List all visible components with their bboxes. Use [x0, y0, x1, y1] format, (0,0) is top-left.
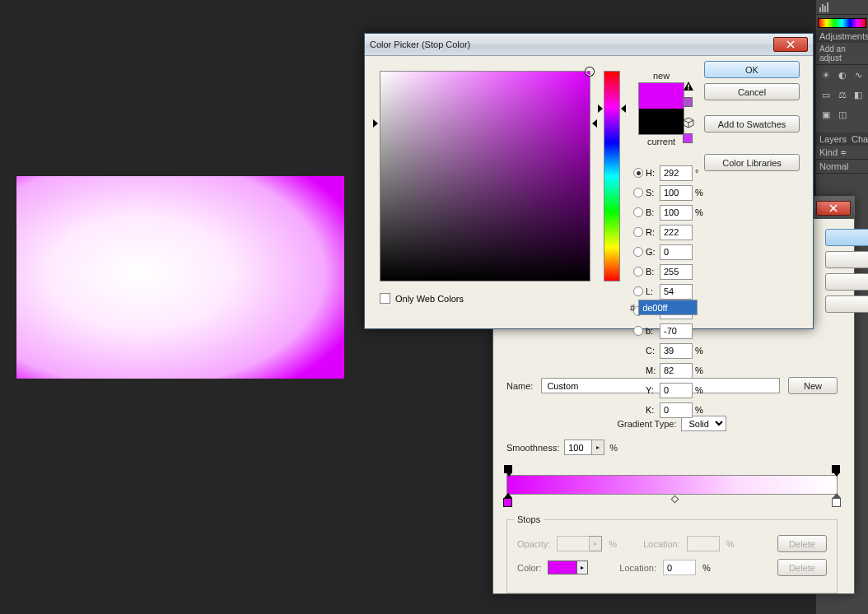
opacity-spinner: ▸: [557, 536, 602, 551]
photo-icon[interactable]: ◧: [852, 88, 865, 101]
hex-input[interactable]: [638, 300, 698, 315]
radio-bv[interactable]: [633, 207, 643, 217]
color-location-percent: %: [702, 563, 711, 573]
box-icon[interactable]: ▭: [819, 88, 833, 101]
smoothness-spinner[interactable]: ▸: [564, 440, 604, 455]
label-y: Y:: [646, 385, 657, 395]
opacity-stop-left[interactable]: [504, 465, 512, 473]
input-h[interactable]: [660, 165, 693, 181]
partial-button-1[interactable]: [825, 229, 868, 246]
opacity-percent: %: [609, 539, 617, 549]
label-c: C:: [646, 346, 657, 356]
color-swatch-button[interactable]: ▸: [548, 561, 588, 574]
color-stop-right[interactable]: [832, 498, 841, 507]
saturation-value-field[interactable]: [380, 71, 590, 281]
radio-l[interactable]: [633, 286, 643, 296]
color-spectrum-icon[interactable]: [818, 18, 866, 28]
midpoint-diamond[interactable]: [671, 495, 679, 504]
smoothness-arrow[interactable]: ▸: [592, 440, 604, 455]
gradient-bar[interactable]: [506, 475, 838, 495]
input-b[interactable]: [660, 323, 693, 339]
radio-bc[interactable]: [633, 267, 643, 277]
adjustment-icons-row3: ▣ ◫: [816, 105, 868, 124]
input-k[interactable]: [660, 402, 693, 418]
unit-k: %: [695, 405, 705, 415]
color-fields: H:° S:% B:% R: G: B: L: a: b: C:% M:% Y:…: [633, 163, 801, 420]
cancel-button[interactable]: Cancel: [704, 83, 800, 100]
picker-close-button[interactable]: [773, 37, 808, 52]
hue-cursor-left-icon[interactable]: [598, 105, 603, 113]
radio-s[interactable]: [633, 188, 643, 198]
input-m[interactable]: [660, 363, 693, 379]
only-web-colors-label[interactable]: Only Web Colors: [395, 294, 464, 304]
color-stop-left[interactable]: [503, 498, 512, 507]
unit-h: °: [695, 168, 705, 178]
gamut-warning-icon[interactable]: [683, 81, 694, 92]
input-y[interactable]: [660, 383, 693, 398]
sv-left-marker-icon: [373, 119, 378, 128]
hue-cursor-right-icon[interactable]: [621, 105, 626, 113]
picker-titlebar[interactable]: Color Picker (Stop Color): [365, 34, 813, 56]
blend-row[interactable]: Normal: [816, 160, 868, 174]
radio-g[interactable]: [633, 247, 643, 257]
curves-icon[interactable]: ∿: [852, 68, 865, 81]
new-label: new: [633, 71, 689, 81]
invert-icon[interactable]: ▣: [819, 108, 833, 121]
label-l: L:: [646, 286, 657, 296]
adjustments-tab[interactable]: Adjustments: [816, 30, 868, 43]
smoothness-label: Smoothness:: [506, 443, 559, 453]
gradient-close-button[interactable]: [816, 201, 851, 216]
adjustment-icons-row2: ▭ ⚖ ◧: [816, 85, 868, 105]
radio-h[interactable]: [633, 168, 643, 178]
input-s[interactable]: [660, 185, 693, 201]
layers-tabs: Layers Chann: [816, 133, 868, 146]
partial-button-4[interactable]: [825, 295, 868, 313]
websafe-swatch[interactable]: [683, 133, 693, 143]
layers-tab[interactable]: Layers: [819, 134, 847, 144]
color-location-input[interactable]: [663, 560, 696, 575]
poster-icon[interactable]: ◫: [836, 108, 849, 121]
partial-button-2[interactable]: [825, 251, 868, 268]
newcurrent-swatch[interactable]: [638, 82, 684, 135]
color-swatch[interactable]: [548, 561, 577, 574]
unit-c: %: [695, 346, 705, 356]
label-h: H:: [646, 168, 657, 178]
balance-icon[interactable]: ⚖: [836, 88, 849, 101]
sv-cursor[interactable]: [586, 67, 594, 76]
partial-button-3[interactable]: [825, 273, 868, 291]
color-swatch-arrow[interactable]: ▸: [577, 561, 588, 574]
radio-b[interactable]: [633, 326, 643, 336]
label-r: R:: [646, 227, 657, 237]
stops-legend: Stops: [514, 514, 544, 524]
radio-r[interactable]: [633, 227, 643, 237]
input-g[interactable]: [660, 244, 693, 260]
canvas-preview[interactable]: [16, 176, 344, 379]
label-m: M:: [646, 365, 657, 375]
hue-strip[interactable]: [604, 71, 620, 281]
smoothness-input[interactable]: [564, 440, 592, 455]
add-to-swatches-button[interactable]: Add to Swatches: [704, 115, 800, 133]
current-color-swatch[interactable]: [639, 109, 684, 134]
new-color-swatch[interactable]: [639, 83, 684, 109]
picker-title: Color Picker (Stop Color): [370, 40, 470, 49]
ok-button[interactable]: OK: [704, 61, 800, 78]
input-bc[interactable]: [660, 264, 693, 280]
input-l[interactable]: [660, 284, 693, 300]
input-c[interactable]: [660, 343, 693, 359]
opacity-stop-right[interactable]: [832, 465, 840, 473]
label-bc: B:: [646, 267, 657, 277]
opacity-arrow: ▸: [590, 536, 602, 551]
websafe-cube-icon[interactable]: [683, 117, 694, 128]
opacity-location-label: Location:: [643, 539, 680, 549]
add-adjustment-label: Add an adjust: [816, 43, 868, 65]
channels-tab[interactable]: Chann: [852, 134, 868, 144]
label-bv: B:: [646, 207, 657, 217]
input-r[interactable]: [660, 225, 693, 240]
input-bv[interactable]: [660, 205, 693, 221]
brightness-icon[interactable]: ☀: [819, 68, 833, 81]
percent-label: %: [609, 443, 618, 453]
only-web-colors-checkbox[interactable]: [380, 293, 390, 304]
gamut-swatch[interactable]: [683, 97, 693, 107]
levels-icon[interactable]: ◐: [836, 68, 849, 81]
kind-row: Kind ≑: [816, 146, 868, 160]
